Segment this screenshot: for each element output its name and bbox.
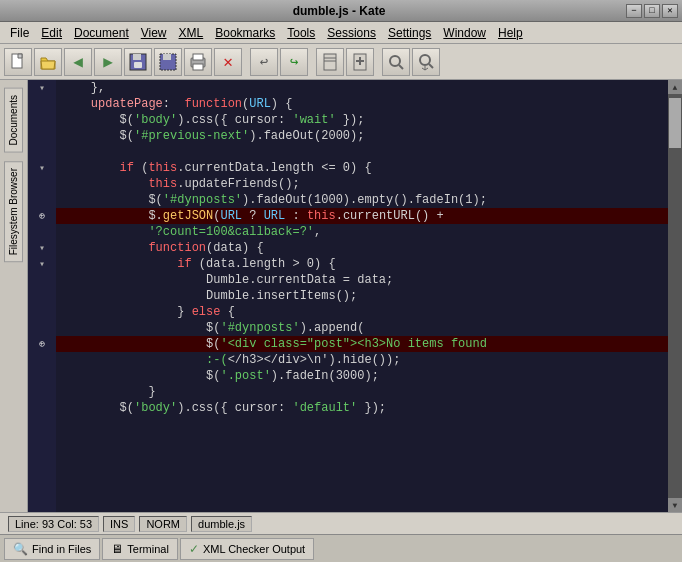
vertical-scrollbar[interactable]: ▲ ▼ [668,80,682,512]
code-line: $('body').css({ cursor: 'default' }); [56,400,668,416]
menu-document[interactable]: Document [68,24,135,42]
insert-mode: INS [103,516,135,532]
window-title: dumble.js - Kate [54,4,624,18]
terminal-icon: 🖥 [111,542,123,556]
code-line: Dumble.currentData = data; [56,272,668,288]
code-gutter: ▾ ▾ ⊕ ▾ ▾ ⊕ [28,80,56,512]
filesystem-tab[interactable]: Filesystem Browser [4,161,23,262]
print-button[interactable] [184,48,212,76]
maximize-button[interactable]: □ [644,4,660,18]
stop-button[interactable]: ✕ [214,48,242,76]
code-line: if (this.currentData.length <= 0) { [56,160,668,176]
menu-xml[interactable]: XML [173,24,210,42]
menu-edit[interactable]: Edit [35,24,68,42]
code-line: $('#previous-next').fadeOut(2000); [56,128,668,144]
scroll-down-arrow[interactable]: ▼ [668,498,682,512]
code-line: $('.post').fadeIn(3000); [56,368,668,384]
code-line [56,144,668,160]
code-line: this.updateFriends(); [56,176,668,192]
normal-mode: NORM [139,516,187,532]
xml-checker-tab[interactable]: ✓ XML Checker Output [180,538,314,560]
menu-tools[interactable]: Tools [281,24,321,42]
close-button[interactable]: ✕ [662,4,678,18]
svg-rect-7 [193,54,203,60]
svg-point-17 [420,55,430,65]
code-line: if (data.length > 0) { [56,256,668,272]
bottom-tabs: 🔍 Find in Files 🖥 Terminal ✓ XML Checker… [0,534,682,562]
save-as-button[interactable] [154,48,182,76]
code-line: $('#dynposts').fadeOut(1000).empty().fad… [56,192,668,208]
svg-line-16 [399,65,403,69]
code-line: } [56,384,668,400]
find-tab-label: Find in Files [32,543,91,555]
svg-rect-3 [134,62,142,68]
bookmark-button[interactable] [316,48,344,76]
find-icon: 🔍 [13,542,28,556]
svg-rect-5 [163,54,171,60]
svg-rect-8 [193,64,203,70]
code-line: :-(</h3></div>\n').hide()); [56,352,668,368]
code-line: Dumble.insertItems(); [56,288,668,304]
code-editor[interactable]: }, updatePage: function(URL) { $('body')… [56,80,668,512]
menu-file[interactable]: File [4,24,35,42]
code-line: function(data) { [56,240,668,256]
title-bar: dumble.js - Kate − □ ✕ [0,0,682,22]
menu-view[interactable]: View [135,24,173,42]
code-line: $('<div class="post"><h3>No items found [56,336,668,352]
code-line: '?count=100&callback=?', [56,224,668,240]
back-button[interactable]: ◀ [64,48,92,76]
undo-button[interactable]: ↩ [250,48,278,76]
code-line: }, [56,80,668,96]
terminal-tab[interactable]: 🖥 Terminal [102,538,178,560]
side-panel: Documents Filesystem Browser [0,80,28,512]
status-bar: Line: 93 Col: 53 INS NORM dumble.js [0,512,682,534]
svg-rect-9 [324,54,336,70]
toolbar: ◀ ▶ ✕ ↩ ↪ [0,44,682,80]
code-line: $.getJSON(URL ? URL : this.currentURL() … [56,208,668,224]
menu-bookmarks[interactable]: Bookmarks [209,24,281,42]
menu-help[interactable]: Help [492,24,529,42]
redo-button[interactable]: ↪ [280,48,308,76]
code-line: } else { [56,304,668,320]
code-line: updatePage: function(URL) { [56,96,668,112]
minimize-button[interactable]: − [626,4,642,18]
terminal-tab-label: Terminal [127,543,169,555]
xml-check-icon: ✓ [189,542,199,556]
menu-window[interactable]: Window [437,24,492,42]
save-button[interactable] [124,48,152,76]
menu-settings[interactable]: Settings [382,24,437,42]
svg-rect-2 [133,54,141,60]
xml-tab-label: XML Checker Output [203,543,305,555]
menu-bar: File Edit Document View XML Bookmarks To… [0,22,682,44]
search-next-button[interactable] [412,48,440,76]
code-line: $('#dynposts').append( [56,320,668,336]
menu-sessions[interactable]: Sessions [321,24,382,42]
open-file-button[interactable] [34,48,62,76]
svg-point-15 [390,56,400,66]
search-button[interactable] [382,48,410,76]
add-bookmark-button[interactable] [346,48,374,76]
scroll-up-arrow[interactable]: ▲ [668,80,682,94]
svg-line-18 [429,64,433,68]
cursor-position: Line: 93 Col: 53 [8,516,99,532]
code-line: $('body').css({ cursor: 'wait' }); [56,112,668,128]
scroll-thumb[interactable] [669,98,681,148]
new-file-button[interactable] [4,48,32,76]
main-content: Documents Filesystem Browser ▾ ▾ ⊕ ▾ ▾ ⊕ [0,80,682,512]
forward-button[interactable]: ▶ [94,48,122,76]
filename-status: dumble.js [191,516,252,532]
find-in-files-tab[interactable]: 🔍 Find in Files [4,538,100,560]
documents-tab[interactable]: Documents [4,88,23,153]
